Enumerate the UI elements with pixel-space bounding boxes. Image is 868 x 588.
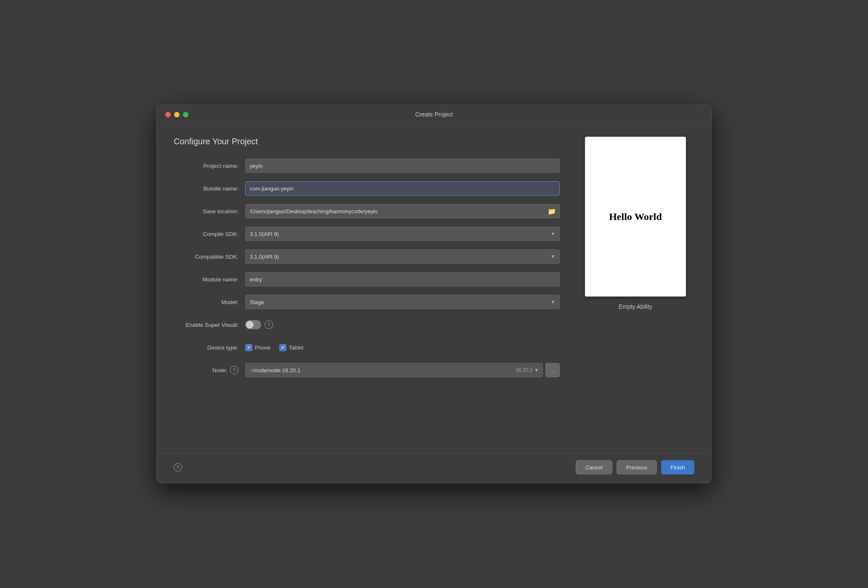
compatible-sdk-wrapper: 3.1.0(API 9) 3.0.0(API 8) 2.0.0(API 7) ▼ [245, 249, 560, 264]
project-name-label: Project name: [174, 163, 245, 169]
module-name-input[interactable] [245, 272, 560, 286]
folder-icon[interactable]: 📁 [548, 207, 556, 215]
super-visual-toggle[interactable] [245, 320, 261, 329]
previous-button[interactable]: Previous [617, 460, 657, 474]
minimize-button[interactable] [174, 112, 180, 117]
tablet-label: Tablet [289, 344, 304, 351]
close-button[interactable] [165, 112, 171, 117]
bundle-name-label: Bundle name: [174, 185, 245, 192]
window-title: Create Project [415, 111, 453, 118]
check-icon: ✓ [247, 345, 251, 350]
cancel-button[interactable]: Cancel [576, 460, 612, 474]
save-location-row: Save location: 📁 [174, 204, 560, 219]
phone-checkbox[interactable]: ✓ [245, 344, 252, 351]
maximize-button[interactable] [183, 112, 188, 117]
node-path-input[interactable] [250, 367, 516, 373]
save-location-input[interactable] [250, 208, 548, 215]
node-help-icon[interactable]: ? [230, 366, 238, 374]
preview-hello-world: Hello World [609, 211, 662, 222]
super-visual-help-icon[interactable]: ? [265, 320, 273, 329]
dialog-footer: ? Cancel Previous Finish [157, 453, 711, 483]
device-type-checkboxes: ✓ Phone ✓ Tablet [245, 344, 303, 351]
project-name-row: Project name: [174, 158, 560, 173]
compile-sdk-wrapper: 3.1.0(API 9) 3.0.0(API 8) 2.0.0(API 7) ▼ [245, 227, 560, 241]
title-bar: Create Project [157, 105, 711, 124]
model-wrapper: Stage FA ▼ [245, 295, 560, 309]
module-name-label: Module name: [174, 276, 245, 283]
phone-label: Phone [255, 344, 271, 351]
finish-button[interactable]: Finish [661, 460, 694, 474]
module-name-row: Module name: [174, 272, 560, 287]
device-type-label: Device type: [174, 344, 245, 351]
node-wrapper: 16.20.1 ▼ ... [245, 363, 560, 377]
bundle-name-row: Bundle name: [174, 181, 560, 196]
left-panel: Configure Your Project Project name: Bun… [174, 137, 560, 445]
super-visual-row: Enable Super Visual: ? [174, 317, 560, 332]
compile-sdk-row: Compile SDK: 3.1.0(API 9) 3.0.0(API 8) 2… [174, 226, 560, 241]
node-input-wrapper: 16.20.1 ▼ [245, 363, 543, 377]
save-location-label: Save location: [174, 208, 245, 215]
node-version-arrow-icon: ▼ [534, 367, 539, 373]
check-icon: ✓ [281, 345, 285, 350]
super-visual-label: Enable Super Visual: [174, 322, 245, 328]
model-row: Model: Stage FA ▼ [174, 294, 560, 310]
toggle-knob [246, 321, 254, 328]
create-project-dialog: Create Project Configure Your Project Pr… [156, 105, 712, 483]
tablet-checkbox[interactable]: ✓ [279, 344, 286, 351]
compatible-sdk-row: Compatible SDK: 3.1.0(API 9) 3.0.0(API 8… [174, 249, 560, 264]
compatible-sdk-select[interactable]: 3.1.0(API 9) 3.0.0(API 8) 2.0.0(API 7) [245, 249, 560, 264]
device-type-row: Device type: ✓ Phone ✓ Tablet [174, 340, 560, 355]
node-version-badge: 16.20.1 ▼ [516, 367, 539, 373]
template-name: Empty Ability [619, 303, 652, 310]
model-select[interactable]: Stage FA [245, 295, 560, 309]
tablet-checkbox-item: ✓ Tablet [279, 344, 304, 351]
save-location-wrapper: 📁 [245, 204, 560, 218]
section-title: Configure Your Project [174, 137, 560, 146]
node-version-text: 16.20.1 [516, 367, 532, 373]
phone-checkbox-item: ✓ Phone [245, 344, 271, 351]
project-name-input[interactable] [245, 159, 560, 173]
node-row: Node: ? 16.20.1 ▼ ... [174, 363, 560, 378]
node-browse-button[interactable]: ... [545, 363, 560, 377]
super-visual-controls: ? [245, 320, 273, 329]
compatible-sdk-label: Compatible SDK: [174, 254, 245, 260]
footer-buttons: Cancel Previous Finish [576, 460, 694, 474]
node-label: Node: ? [174, 366, 245, 374]
right-panel: Hello World Empty Ability [577, 137, 694, 445]
compile-sdk-select[interactable]: 3.1.0(API 9) 3.0.0(API 8) 2.0.0(API 7) [245, 227, 560, 241]
model-label: Model: [174, 299, 245, 305]
dialog-body: Configure Your Project Project name: Bun… [157, 124, 711, 453]
footer-left: ? [174, 463, 182, 471]
bundle-name-input[interactable] [245, 181, 560, 196]
compile-sdk-label: Compile SDK: [174, 231, 245, 237]
footer-help-icon[interactable]: ? [174, 463, 182, 471]
window-controls [165, 112, 188, 117]
preview-frame: Hello World [585, 137, 686, 297]
